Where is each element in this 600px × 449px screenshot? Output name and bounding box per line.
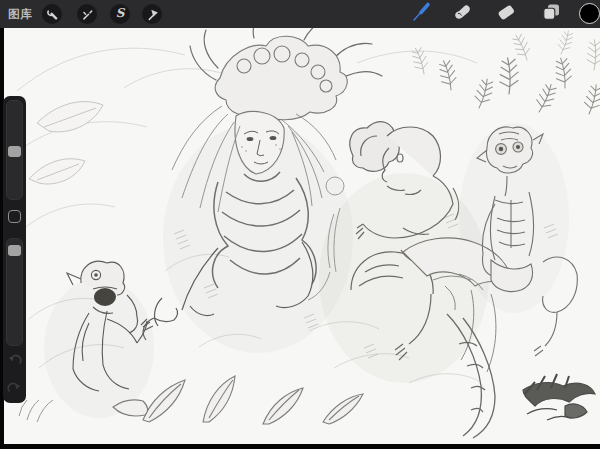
smudge-tool-button[interactable]	[450, 2, 474, 26]
undo-button[interactable]	[7, 352, 22, 365]
brush-size-handle[interactable]	[8, 146, 21, 157]
selection-button[interactable]: S	[110, 4, 130, 24]
erase-tool-button[interactable]	[494, 2, 518, 26]
modify-button[interactable]	[8, 210, 21, 223]
opacity-slider[interactable]	[6, 238, 23, 346]
smudge-finger-icon	[451, 1, 473, 27]
layers-button[interactable]	[539, 2, 563, 26]
redo-button[interactable]	[7, 380, 22, 393]
adjustments-button[interactable]	[77, 4, 97, 24]
selection-s-icon: S	[116, 7, 125, 19]
layers-icon	[540, 1, 562, 27]
magic-wand-icon	[79, 6, 95, 22]
redo-arrow-icon	[7, 380, 22, 397]
actions-button[interactable]	[42, 4, 62, 24]
brush-size-slider[interactable]	[6, 100, 23, 200]
sidebar	[3, 96, 26, 403]
eraser-icon	[495, 1, 517, 27]
opacity-handle[interactable]	[8, 245, 21, 256]
wrench-icon	[44, 6, 60, 22]
color-swatch[interactable]	[579, 3, 600, 24]
transform-button[interactable]	[142, 4, 162, 24]
artwork-sketch	[4, 28, 600, 444]
move-arrow-icon	[144, 6, 160, 22]
drawing-canvas[interactable]	[4, 28, 600, 444]
undo-arrow-icon	[7, 352, 22, 369]
toolbar: 图库 S	[0, 0, 600, 28]
procreate-window: 图库 S	[0, 0, 600, 449]
paint-tool-button[interactable]	[409, 2, 433, 26]
gallery-button[interactable]: 图库	[8, 0, 32, 28]
paintbrush-icon	[409, 0, 433, 28]
